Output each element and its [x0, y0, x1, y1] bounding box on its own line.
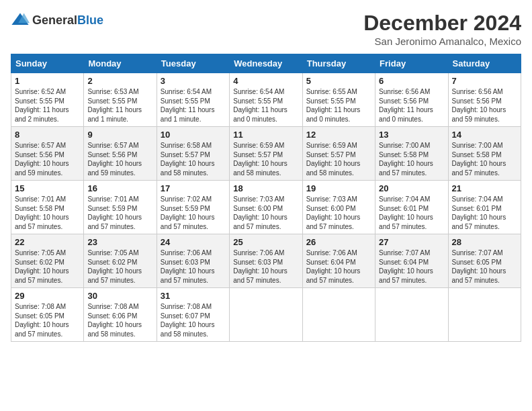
table-row: 20 Sunrise: 7:04 AM Sunset: 6:01 PM Dayl…: [375, 181, 448, 234]
table-row: 10 Sunrise: 6:58 AM Sunset: 5:57 PM Dayl…: [157, 127, 229, 181]
table-row: 29 Sunrise: 7:08 AM Sunset: 6:05 PM Dayl…: [11, 288, 84, 342]
calendar-week-row: 8 Sunrise: 6:57 AM Sunset: 5:56 PM Dayli…: [11, 127, 521, 181]
header-tuesday: Tuesday: [157, 54, 229, 73]
day-number: 6: [379, 76, 444, 86]
header-friday: Friday: [375, 54, 448, 73]
header-monday: Monday: [84, 54, 157, 73]
table-row: 4 Sunrise: 6:54 AM Sunset: 5:55 PM Dayli…: [230, 73, 302, 127]
day-info: Sunrise: 7:02 AM Sunset: 5:59 PM Dayligh…: [161, 195, 226, 231]
day-number: 15: [15, 183, 80, 193]
day-info: Sunrise: 7:00 AM Sunset: 5:58 PM Dayligh…: [379, 141, 444, 177]
day-number: 11: [233, 130, 298, 140]
day-number: 1: [15, 76, 80, 86]
table-row: 22 Sunrise: 7:05 AM Sunset: 6:02 PM Dayl…: [11, 234, 84, 288]
day-info: Sunrise: 7:01 AM Sunset: 5:58 PM Dayligh…: [15, 195, 80, 231]
table-row: 16 Sunrise: 7:01 AM Sunset: 5:59 PM Dayl…: [84, 181, 157, 234]
table-row: [302, 288, 375, 342]
day-info: Sunrise: 6:56 AM Sunset: 5:56 PM Dayligh…: [452, 87, 517, 124]
day-info: Sunrise: 6:53 AM Sunset: 5:55 PM Dayligh…: [87, 87, 152, 124]
table-row: 31 Sunrise: 7:08 AM Sunset: 6:07 PM Dayl…: [157, 288, 229, 342]
day-number: 9: [87, 130, 152, 140]
day-number: 5: [306, 76, 371, 86]
logo-blue: Blue: [77, 13, 103, 27]
day-info: Sunrise: 7:00 AM Sunset: 5:58 PM Dayligh…: [452, 141, 517, 177]
table-row: 28 Sunrise: 7:07 AM Sunset: 6:05 PM Dayl…: [448, 234, 521, 288]
day-number: 21: [452, 183, 517, 193]
day-number: 25: [233, 237, 298, 247]
header: GeneralBlue December 2024 San Jeronimo A…: [11, 11, 521, 47]
day-info: Sunrise: 7:08 AM Sunset: 6:06 PM Dayligh…: [87, 302, 152, 338]
day-number: 22: [15, 237, 80, 247]
table-row: 14 Sunrise: 7:00 AM Sunset: 5:58 PM Dayl…: [448, 127, 521, 181]
day-info: Sunrise: 7:06 AM Sunset: 6:03 PM Dayligh…: [161, 248, 226, 285]
day-number: 4: [233, 76, 298, 86]
table-row: 19 Sunrise: 7:03 AM Sunset: 6:00 PM Dayl…: [302, 181, 375, 234]
day-info: Sunrise: 7:08 AM Sunset: 6:07 PM Dayligh…: [161, 302, 226, 338]
day-info: Sunrise: 6:54 AM Sunset: 5:55 PM Dayligh…: [233, 87, 298, 124]
calendar-week-row: 1 Sunrise: 6:52 AM Sunset: 5:55 PM Dayli…: [11, 73, 521, 127]
day-info: Sunrise: 6:55 AM Sunset: 5:55 PM Dayligh…: [306, 87, 371, 124]
day-info: Sunrise: 7:06 AM Sunset: 6:04 PM Dayligh…: [306, 248, 371, 285]
table-row: 23 Sunrise: 7:05 AM Sunset: 6:02 PM Dayl…: [84, 234, 157, 288]
logo-general: General: [32, 13, 77, 27]
day-info: Sunrise: 6:57 AM Sunset: 5:56 PM Dayligh…: [87, 141, 152, 177]
table-row: [375, 288, 448, 342]
month-title: December 2024: [363, 11, 521, 36]
day-number: 28: [452, 237, 517, 247]
day-info: Sunrise: 7:07 AM Sunset: 6:05 PM Dayligh…: [452, 248, 517, 285]
table-row: 11 Sunrise: 6:59 AM Sunset: 5:57 PM Dayl…: [230, 127, 302, 181]
day-number: 26: [306, 237, 371, 247]
header-sunday: Sunday: [11, 54, 84, 73]
day-number: 17: [161, 183, 226, 193]
table-row: 13 Sunrise: 7:00 AM Sunset: 5:58 PM Dayl…: [375, 127, 448, 181]
day-info: Sunrise: 7:05 AM Sunset: 6:02 PM Dayligh…: [15, 248, 80, 285]
table-row: 7 Sunrise: 6:56 AM Sunset: 5:56 PM Dayli…: [448, 73, 521, 127]
day-info: Sunrise: 7:04 AM Sunset: 6:01 PM Dayligh…: [452, 195, 517, 231]
day-number: 24: [161, 237, 226, 247]
table-row: 6 Sunrise: 6:56 AM Sunset: 5:56 PM Dayli…: [375, 73, 448, 127]
logo-icon: [11, 11, 30, 30]
calendar-week-row: 29 Sunrise: 7:08 AM Sunset: 6:05 PM Dayl…: [11, 288, 521, 342]
day-info: Sunrise: 7:01 AM Sunset: 5:59 PM Dayligh…: [87, 195, 152, 231]
table-row: 9 Sunrise: 6:57 AM Sunset: 5:56 PM Dayli…: [84, 127, 157, 181]
day-info: Sunrise: 6:58 AM Sunset: 5:57 PM Dayligh…: [161, 141, 226, 177]
day-info: Sunrise: 7:04 AM Sunset: 6:01 PM Dayligh…: [379, 195, 444, 231]
day-info: Sunrise: 7:03 AM Sunset: 6:00 PM Dayligh…: [306, 195, 371, 231]
table-row: 8 Sunrise: 6:57 AM Sunset: 5:56 PM Dayli…: [11, 127, 84, 181]
table-row: 2 Sunrise: 6:53 AM Sunset: 5:55 PM Dayli…: [84, 73, 157, 127]
day-number: 8: [15, 130, 80, 140]
table-row: 1 Sunrise: 6:52 AM Sunset: 5:55 PM Dayli…: [11, 73, 84, 127]
table-row: 15 Sunrise: 7:01 AM Sunset: 5:58 PM Dayl…: [11, 181, 84, 234]
day-info: Sunrise: 6:59 AM Sunset: 5:57 PM Dayligh…: [306, 141, 371, 177]
calendar-week-row: 22 Sunrise: 7:05 AM Sunset: 6:02 PM Dayl…: [11, 234, 521, 288]
day-info: Sunrise: 6:52 AM Sunset: 5:55 PM Dayligh…: [15, 87, 80, 124]
calendar-header-row: Sunday Monday Tuesday Wednesday Thursday…: [11, 54, 521, 73]
title-area: December 2024 San Jeronimo Amanalco, Mex…: [363, 11, 521, 47]
table-row: 24 Sunrise: 7:06 AM Sunset: 6:03 PM Dayl…: [157, 234, 229, 288]
table-row: 5 Sunrise: 6:55 AM Sunset: 5:55 PM Dayli…: [302, 73, 375, 127]
day-info: Sunrise: 7:03 AM Sunset: 6:00 PM Dayligh…: [233, 195, 298, 231]
day-info: Sunrise: 6:54 AM Sunset: 5:55 PM Dayligh…: [161, 87, 226, 124]
table-row: 27 Sunrise: 7:07 AM Sunset: 6:04 PM Dayl…: [375, 234, 448, 288]
header-thursday: Thursday: [302, 54, 375, 73]
day-number: 18: [233, 183, 298, 193]
day-number: 13: [379, 130, 444, 140]
table-row: [448, 288, 521, 342]
day-info: Sunrise: 6:59 AM Sunset: 5:57 PM Dayligh…: [233, 141, 298, 177]
location-title: San Jeronimo Amanalco, Mexico: [363, 36, 521, 47]
day-info: Sunrise: 7:08 AM Sunset: 6:05 PM Dayligh…: [15, 302, 80, 338]
day-number: 30: [87, 291, 152, 301]
day-number: 16: [87, 183, 152, 193]
table-row: 25 Sunrise: 7:06 AM Sunset: 6:03 PM Dayl…: [230, 234, 302, 288]
day-number: 2: [87, 76, 152, 86]
day-info: Sunrise: 7:05 AM Sunset: 6:02 PM Dayligh…: [87, 248, 152, 285]
day-number: 12: [306, 130, 371, 140]
table-row: 3 Sunrise: 6:54 AM Sunset: 5:55 PM Dayli…: [157, 73, 229, 127]
table-row: 18 Sunrise: 7:03 AM Sunset: 6:00 PM Dayl…: [230, 181, 302, 234]
logo: GeneralBlue: [11, 11, 103, 30]
day-info: Sunrise: 6:57 AM Sunset: 5:56 PM Dayligh…: [15, 141, 80, 177]
table-row: 26 Sunrise: 7:06 AM Sunset: 6:04 PM Dayl…: [302, 234, 375, 288]
day-number: 19: [306, 183, 371, 193]
calendar-week-row: 15 Sunrise: 7:01 AM Sunset: 5:58 PM Dayl…: [11, 181, 521, 234]
table-row: [230, 288, 302, 342]
